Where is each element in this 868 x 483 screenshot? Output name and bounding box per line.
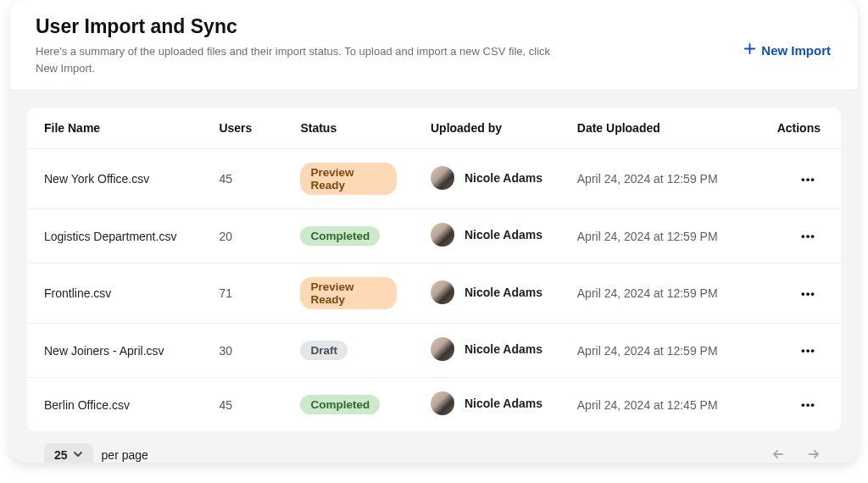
cell-uploaded-by: Nicole Adams bbox=[414, 378, 560, 432]
page-title: User Import and Sync bbox=[36, 15, 561, 38]
col-header-users: Users bbox=[202, 108, 283, 149]
status-badge: Completed bbox=[300, 226, 380, 246]
cell-users: 71 bbox=[202, 264, 283, 324]
table-header-row: File Name Users Status Uploaded by Date … bbox=[27, 108, 841, 149]
avatar bbox=[431, 337, 454, 361]
cell-status: Completed bbox=[283, 209, 414, 264]
arrow-right-icon bbox=[807, 451, 821, 464]
uploader: Nicole Adams bbox=[431, 337, 542, 361]
uploader-name: Nicole Adams bbox=[465, 171, 542, 185]
more-icon: ••• bbox=[801, 398, 815, 411]
cell-status: Draft bbox=[283, 324, 414, 378]
more-icon: ••• bbox=[801, 287, 815, 300]
cell-users: 20 bbox=[202, 209, 283, 264]
new-import-button[interactable]: New Import bbox=[742, 39, 832, 61]
cell-status: Completed bbox=[283, 378, 414, 432]
table-row: Frontline.csv 71 Preview Ready Nicole Ad… bbox=[27, 264, 841, 324]
imports-table: File Name Users Status Uploaded by Date … bbox=[27, 108, 841, 431]
cell-status: Preview Ready bbox=[283, 149, 414, 209]
status-badge: Completed bbox=[300, 395, 380, 414]
page-subtitle: Here's a summary of the uploaded files a… bbox=[36, 43, 561, 76]
avatar bbox=[431, 166, 454, 190]
more-icon: ••• bbox=[801, 344, 815, 357]
uploader-name: Nicole Adams bbox=[465, 342, 542, 356]
cell-users: 30 bbox=[202, 324, 283, 378]
col-header-file-name: File Name bbox=[27, 108, 202, 149]
row-actions-button[interactable]: ••• bbox=[796, 284, 821, 303]
uploader: Nicole Adams bbox=[431, 280, 542, 304]
avatar bbox=[431, 280, 454, 304]
cell-uploaded-by: Nicole Adams bbox=[414, 324, 560, 378]
cell-file-name: Logistics Department.csv bbox=[27, 209, 202, 264]
uploader: Nicole Adams bbox=[431, 166, 542, 190]
more-icon: ••• bbox=[801, 173, 815, 186]
row-actions-button[interactable]: ••• bbox=[796, 395, 821, 414]
uploader-name: Nicole Adams bbox=[465, 397, 542, 410]
cell-date-uploaded: April 24, 2024 at 12:59 PM bbox=[560, 264, 755, 324]
page-header: User Import and Sync Here's a summary of… bbox=[10, 0, 858, 91]
header-text: User Import and Sync Here's a summary of… bbox=[36, 15, 561, 76]
cell-actions: ••• bbox=[755, 209, 841, 264]
row-actions-button[interactable]: ••• bbox=[796, 169, 821, 189]
table-footer: 25 per page bbox=[27, 431, 841, 463]
avatar bbox=[431, 391, 454, 415]
cell-actions: ••• bbox=[755, 378, 841, 432]
content-area: File Name Users Status Uploaded by Date … bbox=[10, 91, 858, 463]
cell-date-uploaded: April 24, 2024 at 12:59 PM bbox=[560, 149, 755, 209]
new-import-label: New Import bbox=[761, 43, 831, 58]
cell-users: 45 bbox=[202, 378, 283, 432]
next-page-button[interactable] bbox=[804, 444, 824, 464]
table-row: New Joiners - April.csv 30 Draft Nicole … bbox=[27, 324, 841, 378]
cell-file-name: Frontline.csv bbox=[27, 264, 202, 324]
status-badge: Draft bbox=[300, 341, 348, 360]
cell-file-name: New York Office.csv bbox=[27, 149, 202, 209]
cell-actions: ••• bbox=[755, 264, 841, 324]
status-badge: Preview Ready bbox=[300, 277, 397, 309]
table-row: Logistics Department.csv 20 Completed Ni… bbox=[27, 209, 841, 264]
row-actions-button[interactable]: ••• bbox=[796, 341, 821, 360]
col-header-actions: Actions bbox=[755, 108, 841, 149]
plus-icon bbox=[743, 42, 756, 58]
page-size-control: 25 per page bbox=[44, 443, 148, 463]
imports-table-wrap: File Name Users Status Uploaded by Date … bbox=[27, 108, 841, 431]
prev-page-button[interactable] bbox=[768, 444, 788, 464]
uploader: Nicole Adams bbox=[431, 391, 542, 415]
cell-uploaded-by: Nicole Adams bbox=[414, 149, 560, 209]
page-card: User Import and Sync Here's a summary of… bbox=[10, 0, 858, 463]
cell-file-name: New Joiners - April.csv bbox=[27, 324, 202, 378]
page-size-select[interactable]: 25 bbox=[44, 443, 93, 463]
uploader-name: Nicole Adams bbox=[465, 228, 542, 242]
col-header-status: Status bbox=[283, 108, 414, 149]
cell-uploaded-by: Nicole Adams bbox=[414, 264, 560, 324]
uploader: Nicole Adams bbox=[431, 223, 542, 247]
chevron-down-icon bbox=[73, 448, 83, 462]
status-badge: Preview Ready bbox=[300, 163, 397, 195]
cell-date-uploaded: April 24, 2024 at 12:45 PM bbox=[560, 378, 755, 432]
cell-date-uploaded: April 24, 2024 at 12:59 PM bbox=[560, 324, 755, 378]
table-row: Berlin Office.csv 45 Completed Nicole Ad… bbox=[27, 378, 841, 432]
row-actions-button[interactable]: ••• bbox=[796, 226, 821, 246]
page-size-value: 25 bbox=[54, 448, 68, 462]
cell-actions: ••• bbox=[755, 149, 841, 209]
cell-actions: ••• bbox=[755, 324, 841, 378]
cell-date-uploaded: April 24, 2024 at 12:59 PM bbox=[560, 209, 755, 264]
col-header-uploaded-by: Uploaded by bbox=[414, 108, 560, 149]
cell-users: 45 bbox=[202, 149, 283, 209]
arrow-left-icon bbox=[771, 451, 785, 464]
col-header-date-uploaded: Date Uploaded bbox=[560, 108, 755, 149]
cell-uploaded-by: Nicole Adams bbox=[414, 209, 560, 264]
cell-status: Preview Ready bbox=[283, 264, 414, 324]
cell-file-name: Berlin Office.csv bbox=[27, 378, 202, 432]
table-row: New York Office.csv 45 Preview Ready Nic… bbox=[27, 149, 841, 209]
avatar bbox=[431, 223, 454, 247]
more-icon: ••• bbox=[801, 230, 815, 242]
pager-arrows bbox=[768, 444, 824, 464]
uploader-name: Nicole Adams bbox=[465, 286, 542, 299]
per-page-label: per page bbox=[102, 448, 148, 462]
